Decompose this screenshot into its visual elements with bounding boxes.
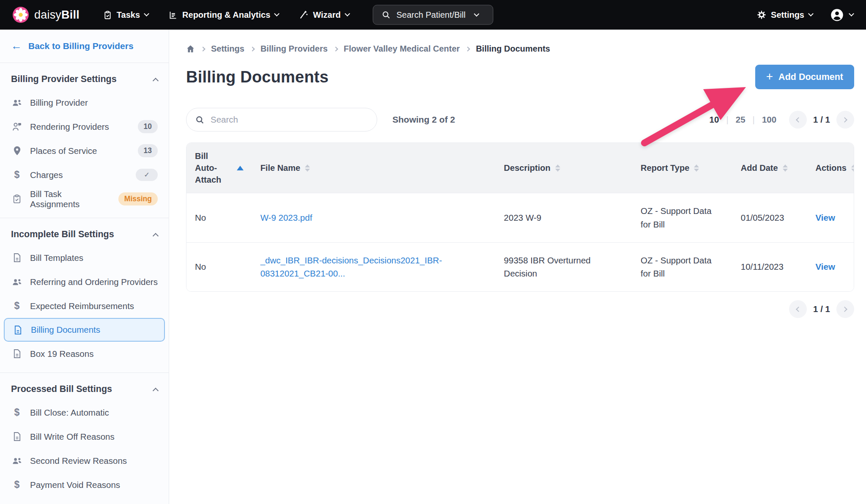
page-size-option-10[interactable]: 10: [710, 115, 719, 125]
sidebar-item-label: Expected Reimbursements: [30, 301, 134, 311]
sidebar-item-charges[interactable]: $Charges✓: [0, 163, 169, 187]
column-header-description[interactable]: Description: [496, 143, 632, 193]
column-header-add-date[interactable]: Add Date: [732, 143, 807, 193]
search-input[interactable]: [210, 114, 368, 125]
sidebar-item-box-19-reasons[interactable]: Box 19 Reasons: [0, 342, 169, 366]
sidebar-item-label: Billing Provider: [30, 98, 88, 108]
missing-badge: Missing: [118, 192, 158, 205]
sidebar-item-bill-templates[interactable]: Bill Templates: [0, 246, 169, 270]
page-size-option-100[interactable]: 100: [762, 115, 776, 125]
brand-name: daisyBill: [34, 8, 79, 22]
sort-icon[interactable]: [783, 164, 788, 172]
sort-icon[interactable]: [694, 164, 699, 172]
table-row: NoW-9 2023.pdf2023 W-9OZ - Support Data …: [186, 193, 854, 243]
dollar-icon: $: [11, 300, 23, 312]
reporting-icon: [169, 11, 178, 19]
home-icon[interactable]: [186, 44, 195, 53]
settings-menu[interactable]: Settings: [757, 10, 813, 20]
page-title: Billing Documents: [186, 68, 329, 86]
user-avatar-icon: [830, 8, 844, 22]
chevron-down-icon: [274, 11, 280, 16]
chevron-left-icon: [796, 307, 801, 312]
top-pager: 1 / 1: [789, 111, 854, 129]
document-icon: [11, 349, 23, 359]
cell-description: 2023 W-9: [496, 193, 632, 243]
add-document-button[interactable]: + Add Document: [755, 65, 854, 89]
nav-item-label: Reporting & Analytics: [182, 10, 270, 20]
column-label: Actions: [816, 162, 847, 174]
breadcrumb-item[interactable]: Flower Valley Medical Center: [344, 44, 460, 54]
sidebar-item-referring-and-ordering-providers[interactable]: Referring and Ordering Providers: [0, 270, 169, 294]
sidebar-item-expected-reimbursements[interactable]: $Expected Reimbursements: [0, 294, 169, 318]
page-indicator: 1 / 1: [813, 115, 830, 125]
sidebar-item-bill-write-off-reasons[interactable]: Bill Write Off Reasons: [0, 425, 169, 449]
back-link-label: Back to Billing Providers: [28, 41, 134, 51]
clipboard-icon: [11, 194, 23, 204]
cell-report-type: OZ - Support Data for Bill: [632, 242, 732, 291]
file-name-link[interactable]: _dwc_IBR_IBR-decisions_Decisions2021_IBR…: [260, 255, 442, 279]
column-label: File Name: [260, 162, 300, 174]
breadcrumb-item[interactable]: Settings: [211, 44, 244, 54]
sidebar-item-appeal-documents[interactable]: Appeal Documents: [0, 497, 169, 504]
chevron-down-icon: [849, 11, 854, 16]
breadcrumb-separator-icon: [333, 47, 338, 51]
plus-icon: +: [766, 71, 773, 82]
sidebar-section-header[interactable]: Processed Bill Settings: [0, 375, 169, 400]
column-label: Add Date: [741, 162, 778, 174]
billing-documents-table: Bill Auto-AttachFile NameDescriptionRepo…: [186, 142, 854, 292]
primary-nav: TasksReporting & AnalyticsWizard: [103, 10, 370, 20]
next-page-button[interactable]: [836, 111, 854, 129]
view-link[interactable]: View: [816, 262, 835, 271]
previous-page-button[interactable]: [789, 111, 807, 129]
sidebar-item-label: Billing Documents: [31, 325, 100, 335]
chevron-down-icon: [808, 11, 814, 16]
settings-sidebar: ← Back to Billing Providers Billing Prov…: [0, 30, 169, 504]
document-icon: [12, 325, 24, 335]
page-indicator: 1 / 1: [813, 304, 830, 314]
column-header-bill-auto-attach[interactable]: Bill Auto-Attach: [186, 143, 252, 193]
column-header-actions[interactable]: Actions: [807, 143, 854, 193]
section-title: Processed Bill Settings: [11, 384, 112, 394]
nav-item-reporting-analytics[interactable]: Reporting & Analytics: [169, 10, 279, 20]
sidebar-item-rendering-providers[interactable]: Rendering Providers10: [0, 115, 169, 139]
sidebar-item-bill-task-assignments[interactable]: Bill Task AssignmentsMissing: [0, 187, 169, 211]
sort-ascending-icon[interactable]: [237, 166, 244, 170]
sort-icon[interactable]: [305, 164, 310, 172]
sidebar-item-payment-void-reasons[interactable]: $Payment Void Reasons: [0, 473, 169, 497]
sidebar-item-label: Bill Templates: [30, 253, 83, 263]
search-patient-bill-button[interactable]: Search Patient/Bill: [373, 5, 493, 25]
nav-item-tasks[interactable]: Tasks: [103, 10, 148, 20]
next-page-button[interactable]: [836, 300, 854, 318]
sidebar-item-bill-close-automatic[interactable]: $Bill Close: Automatic: [0, 400, 169, 425]
sidebar-item-label: Rendering Providers: [30, 122, 109, 132]
sidebar-item-billing-documents[interactable]: Billing Documents: [4, 318, 165, 342]
page-size-option-25[interactable]: 25: [736, 115, 745, 125]
showing-count: Showing 2 of 2: [392, 115, 455, 125]
sidebar-section-header[interactable]: Incomplete Bill Settings: [0, 221, 169, 246]
sidebar-item-billing-provider[interactable]: Billing Provider: [0, 90, 169, 115]
sidebar-item-places-of-service[interactable]: Places of Service13: [0, 139, 169, 163]
main-content: SettingsBilling ProvidersFlower Valley M…: [169, 30, 866, 504]
sidebar-section-header[interactable]: Billing Provider Settings: [0, 66, 169, 90]
sidebar-item-label: Payment Void Reasons: [30, 480, 120, 490]
account-menu[interactable]: [830, 8, 853, 22]
column-header-file-name[interactable]: File Name: [252, 143, 496, 193]
previous-page-button[interactable]: [789, 300, 807, 318]
file-name-link[interactable]: W-9 2023.pdf: [260, 213, 312, 222]
column-header-report-type[interactable]: Report Type: [632, 143, 732, 193]
nav-item-label: Wizard: [313, 10, 340, 20]
view-link[interactable]: View: [816, 213, 835, 222]
dollar-icon: $: [11, 479, 23, 490]
document-icon: [11, 432, 23, 441]
breadcrumb-item[interactable]: Billing Providers: [260, 44, 328, 54]
breadcrumb: SettingsBilling ProvidersFlower Valley M…: [186, 44, 854, 54]
nav-item-wizard[interactable]: Wizard: [299, 10, 349, 20]
sort-icon[interactable]: [555, 164, 560, 172]
gear-icon: [757, 10, 766, 19]
back-to-billing-providers-link[interactable]: ← Back to Billing Providers: [0, 30, 169, 63]
chevron-up-icon: [153, 233, 159, 238]
sidebar-item-second-review-reasons[interactable]: Second Review Reasons: [0, 449, 169, 473]
daisybill-logo[interactable]: daisyBill: [13, 7, 79, 23]
section-title: Incomplete Bill Settings: [11, 229, 114, 240]
sort-icon[interactable]: [851, 164, 854, 172]
